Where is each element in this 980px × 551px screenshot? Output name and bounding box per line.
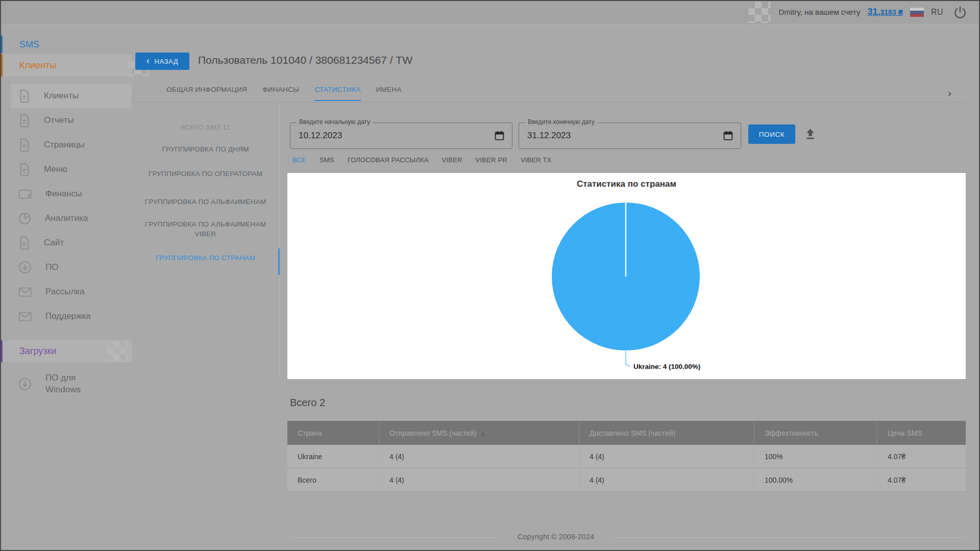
envelope-icon: [18, 287, 32, 297]
column-header-price[interactable]: Цена SMS: [877, 421, 966, 445]
sidebar-item-windows-software[interactable]: ПО дляWindows: [0, 372, 132, 396]
table-summary: Всего 2: [290, 397, 325, 409]
sidebar-item-label: Клиенты: [44, 91, 79, 101]
column-label: Эффективность: [765, 429, 818, 437]
top-bar: Dmitry, на вашем счету 31,3183 ₴ RU: [0, 0, 980, 24]
upload-icon: [803, 127, 817, 141]
sidebar-item-label: Сайт: [44, 238, 64, 248]
sidebar-item-reports[interactable]: Отчеты: [0, 108, 132, 133]
tab-statistics[interactable]: СТАТИСТИКА: [314, 86, 360, 101]
calendar-icon: [494, 131, 505, 141]
sidebar-section-clients[interactable]: Клиенты: [0, 54, 132, 77]
footer-divider: [289, 537, 966, 538]
sidebar-item-mailing[interactable]: Рассылка: [0, 280, 132, 304]
power-icon: [953, 6, 967, 19]
start-date-label: Введите начальную дату: [297, 118, 373, 126]
column-header-sent[interactable]: Отправлено SMS (частей)↓: [379, 421, 579, 445]
document-icon: [18, 163, 30, 177]
sidebar-item-label: Отчеты: [44, 115, 74, 126]
document-icon: [18, 89, 30, 103]
document-icon: [18, 236, 30, 250]
cell-delivered: 4 (4): [579, 468, 754, 492]
tab-general-info[interactable]: ОБЩАЯ ИНФОРМАЦИЯ: [166, 86, 247, 100]
sidebar-item-label: ПО: [45, 262, 58, 272]
sidebar-item-support[interactable]: Поддержка: [0, 304, 132, 329]
end-date-field[interactable]: Введите конечную дату 31.12.2023: [519, 122, 741, 149]
sidebar-item-software[interactable]: ПО: [0, 255, 132, 280]
balance-fraction: 3183 ₴: [880, 8, 903, 16]
stats-nav-group-by-days[interactable]: ГРУППИРОВКА ПО ДНЯМ: [141, 144, 270, 154]
column-header-country[interactable]: Страна: [287, 421, 379, 445]
cell-price: 4.07₴: [877, 445, 966, 468]
column-label: Отправлено SMS (частей): [389, 429, 476, 437]
search-button[interactable]: ПОИСК: [748, 124, 795, 144]
document-icon: [18, 138, 30, 152]
start-date-value: 10.12.2023: [299, 131, 342, 141]
cell-efficiency: 100.00%: [754, 468, 877, 492]
sidebar-item-label: Финансы: [45, 189, 82, 199]
column-header-efficiency[interactable]: Эффективность: [754, 421, 877, 445]
flag-ru-icon[interactable]: [910, 8, 924, 17]
label-line2: Windows: [45, 385, 81, 394]
cell-price: 4.07₴: [877, 468, 966, 492]
sidebar-item-analytics[interactable]: Аналитика: [0, 206, 132, 231]
column-label: Цена SMS: [888, 429, 922, 437]
cell-delivered: 4 (4): [579, 445, 754, 468]
statistics-nav: ВСЕГО SMS 11 ГРУППИРОВКА ПО ДНЯМ ГРУППИР…: [132, 102, 280, 379]
sidebar-item-finances[interactable]: Финансы: [0, 182, 132, 206]
balance-main: 31,: [867, 7, 880, 17]
stats-nav-group-by-alphanames-viber[interactable]: ГРУППИРОВКА ПО АЛЬФАИМЕНАМ VIBER: [141, 219, 270, 239]
start-date-field[interactable]: Введите начальную дату 10.12.2023: [290, 122, 512, 149]
language-switcher[interactable]: RU: [931, 8, 943, 17]
channel-voice[interactable]: ГОЛОСОВАЯ РАССЫЛКА: [348, 156, 429, 164]
logout-button[interactable]: [953, 6, 967, 19]
download-circle-icon: [18, 261, 32, 274]
column-label: Страна: [298, 429, 322, 437]
sidebar-section-downloads[interactable]: Загрузки: [0, 340, 132, 362]
cell-efficiency: 100%: [754, 445, 877, 468]
tab-names[interactable]: ИМЕНА: [376, 86, 402, 100]
stats-nav-group-by-alphanames[interactable]: ГРУППИРОВКА ПО АЛЬФАИМЕНАМ: [141, 197, 270, 207]
end-date-value: 31.12.2023: [527, 131, 571, 141]
active-nav-indicator: [278, 248, 280, 275]
channel-viber[interactable]: VIBER: [442, 156, 462, 164]
column-header-delivered[interactable]: Доставлено SMS (частей): [579, 421, 754, 445]
pixel-decoration: [107, 341, 128, 362]
document-icon: [18, 114, 30, 128]
tabs-more-chevron-icon[interactable]: ›: [948, 87, 951, 99]
cell-sent: 4 (4): [379, 445, 579, 468]
channel-sms[interactable]: SMS: [320, 156, 334, 164]
export-button[interactable]: [803, 127, 817, 141]
back-button[interactable]: ‹ НАЗАД: [135, 53, 189, 70]
channel-filter-tabs: ВСЕ SMS ГОЛОСОВАЯ РАССЫЛКА VIBER VIBER P…: [292, 156, 552, 164]
user-greeting: Dmitry, на вашем счету: [779, 8, 861, 16]
channel-all[interactable]: ВСЕ: [292, 156, 306, 164]
channel-viber-tx[interactable]: VIBER TX: [521, 156, 552, 164]
sidebar-item-label: Рассылка: [45, 287, 85, 297]
section-label: Клиенты: [19, 60, 56, 71]
end-date-label: Введите конечную дату: [525, 118, 597, 126]
sort-desc-icon: ↓: [481, 429, 485, 437]
sidebar-item-label: ПО дляWindows: [45, 372, 81, 396]
sidebar-item-pages[interactable]: Страницы: [0, 133, 132, 157]
stats-total-label: ВСЕГО SMS 11: [141, 122, 270, 132]
wallet-icon: [18, 188, 32, 200]
download-circle-icon: [18, 378, 32, 391]
back-button-label: НАЗАД: [154, 58, 178, 65]
balance-link[interactable]: 31,3183 ₴: [867, 7, 902, 17]
calendar-picker-button[interactable]: [723, 131, 733, 141]
app-window: Dmitry, на вашем счету 31,3183 ₴ RU SMS …: [0, 0, 980, 551]
stats-nav-group-by-operators[interactable]: ГРУППИРОВКА ПО ОПЕРАТОРАМ: [141, 169, 270, 179]
copyright-text: Copyright © 2008-2024: [500, 533, 612, 541]
tab-finances[interactable]: ФИНАНСЫ: [262, 86, 299, 100]
sidebar-item-menu[interactable]: Меню: [0, 157, 132, 182]
stats-nav-group-by-countries[interactable]: ГРУППИРОВКА ПО СТРАНАМ: [141, 253, 270, 263]
sidebar-item-site[interactable]: Сайт: [0, 231, 132, 255]
pie-slice-label: Ukraine: 4 (100.00%): [633, 363, 700, 370]
channel-viber-pr[interactable]: VIBER PR: [476, 156, 507, 164]
calendar-picker-button[interactable]: [494, 131, 505, 141]
sidebar-section-sms[interactable]: SMS: [0, 36, 132, 53]
cell-sent: 4 (4): [379, 468, 579, 492]
sidebar-item-clients[interactable]: Клиенты: [11, 84, 132, 108]
calendar-icon: [723, 131, 733, 141]
